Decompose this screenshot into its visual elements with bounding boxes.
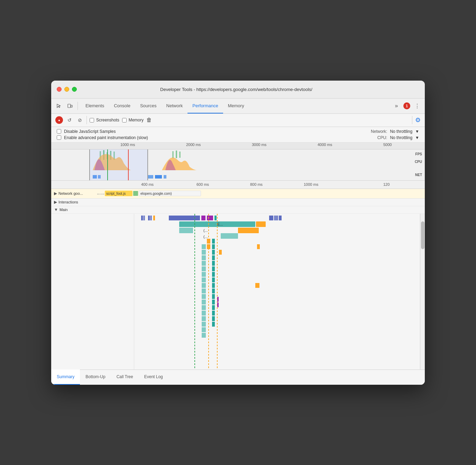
svg-rect-51 xyxy=(202,322,206,327)
disable-js-checkbox[interactable] xyxy=(57,129,61,134)
screenshots-checkbox[interactable] xyxy=(90,118,94,122)
network-connector xyxy=(97,194,104,195)
svg-rect-19 xyxy=(153,216,155,220)
svg-rect-54 xyxy=(212,239,215,244)
svg-rect-52 xyxy=(202,327,206,332)
svg-rect-17 xyxy=(148,216,150,220)
svg-rect-18 xyxy=(150,216,152,220)
svg-rect-69 xyxy=(212,322,215,327)
svg-rect-21 xyxy=(201,216,205,220)
svg-rect-20 xyxy=(169,216,200,220)
network-item-google[interactable]: elopers.google.com) xyxy=(139,191,201,196)
svg-rect-45 xyxy=(202,289,206,293)
overview-panel[interactable]: 1000 ms 2000 ms 3000 ms 4000 ms 5000 xyxy=(51,143,425,181)
settings-row: Disable JavaScript Samples Enable advanc… xyxy=(51,127,425,143)
svg-rect-7 xyxy=(172,151,174,158)
tab-network[interactable]: Network xyxy=(162,98,188,113)
bottom-tabs: Summary Bottom-Up Call Tree Event Log xyxy=(51,370,425,385)
memory-checkbox-label[interactable]: Memory xyxy=(122,118,144,122)
content-area: 400 ms 600 ms 800 ms 1000 ms 120 ▶ Netwo… xyxy=(51,181,425,385)
reload-button[interactable]: ↺ xyxy=(66,116,73,124)
tab-console[interactable]: Console xyxy=(109,98,135,113)
svg-rect-40 xyxy=(202,261,206,266)
tab-performance[interactable]: Performance xyxy=(187,98,223,113)
svg-rect-1 xyxy=(71,105,72,107)
memory-checkbox[interactable] xyxy=(122,118,127,122)
enable-paint-checkbox[interactable] xyxy=(57,135,61,140)
svg-rect-59 xyxy=(212,266,215,271)
device-icon[interactable] xyxy=(65,101,75,111)
mark-1000ms: 1000 ms xyxy=(304,182,318,186)
tab-summary[interactable]: Summary xyxy=(51,370,80,385)
svg-rect-43 xyxy=(202,277,206,282)
interactions-expand-icon[interactable]: ▶ xyxy=(54,200,57,204)
interactions-row[interactable]: ▶ Interactions xyxy=(51,199,425,206)
svg-rect-50 xyxy=(202,316,206,321)
flame-chart-area: E... (... (... xyxy=(134,214,420,370)
settings-right: Network: No throttling ▼ CPU: No throttl… xyxy=(371,129,419,140)
clear-button[interactable]: ⊘ xyxy=(76,116,84,124)
svg-rect-38 xyxy=(202,250,206,255)
svg-rect-29 xyxy=(238,228,259,233)
trash-button[interactable]: 🗑 xyxy=(146,117,152,123)
svg-text:E...: E... xyxy=(217,222,223,226)
svg-rect-41 xyxy=(202,266,206,271)
svg-text:(...: (... xyxy=(203,235,208,239)
main-expand-icon[interactable]: ▼ xyxy=(54,207,58,212)
vertical-scrollbar[interactable] xyxy=(420,214,425,370)
nav-right: » 1 ⋮ xyxy=(392,101,422,111)
network-row[interactable]: ▶ Network goo... script_foot.js elopers.… xyxy=(51,189,425,199)
screenshots-checkbox-label[interactable]: Screenshots xyxy=(90,118,119,122)
svg-rect-16 xyxy=(143,216,145,220)
svg-rect-65 xyxy=(212,300,215,304)
svg-rect-8 xyxy=(176,151,177,158)
svg-rect-55 xyxy=(212,244,215,249)
svg-rect-44 xyxy=(202,283,206,288)
svg-rect-64 xyxy=(212,294,215,299)
fps-label: FPS xyxy=(415,152,422,156)
tab-memory[interactable]: Memory xyxy=(223,98,249,113)
svg-rect-23 xyxy=(214,216,217,220)
svg-rect-46 xyxy=(202,294,206,299)
tab-bottom-up[interactable]: Bottom-Up xyxy=(80,370,111,385)
devtools-nav: Elements Console Sources Network Perform… xyxy=(51,99,425,114)
inspect-icon[interactable] xyxy=(54,101,64,111)
svg-text:(...: (... xyxy=(203,228,208,232)
network-item-small xyxy=(133,191,138,196)
svg-rect-77 xyxy=(279,216,282,220)
more-options-icon[interactable]: ⋮ xyxy=(412,101,422,111)
record-button[interactable]: ● xyxy=(55,116,63,124)
svg-rect-37 xyxy=(202,244,206,249)
tab-elements[interactable]: Elements xyxy=(81,98,109,113)
svg-rect-31 xyxy=(221,233,238,239)
disable-js-samples-row: Disable JavaScript Samples xyxy=(57,129,363,134)
toolbar: ● ↺ ⊘ Screenshots Memory 🗑 ⚙ xyxy=(51,114,425,127)
overview-time-3000: 3000 ms xyxy=(252,143,266,147)
svg-rect-27 xyxy=(179,228,193,233)
svg-rect-62 xyxy=(212,283,215,288)
start-marker xyxy=(107,149,108,181)
tab-call-tree[interactable]: Call Tree xyxy=(111,370,139,385)
overview-time-5000: 5000 xyxy=(383,143,392,147)
settings-gear-button[interactable]: ⚙ xyxy=(415,116,421,124)
network-expand-icon[interactable]: ▶ xyxy=(54,191,57,196)
settings-left: Disable JavaScript Samples Enable advanc… xyxy=(57,129,363,140)
tab-event-log[interactable]: Event Log xyxy=(139,370,168,385)
svg-rect-12 xyxy=(148,175,153,179)
network-item-script[interactable]: script_foot.js xyxy=(105,191,132,196)
svg-rect-68 xyxy=(212,316,215,321)
svg-rect-9 xyxy=(179,152,181,158)
svg-rect-56 xyxy=(212,250,215,255)
svg-rect-72 xyxy=(219,250,222,255)
enable-paint-row: Enable advanced paint instrumentation (s… xyxy=(57,135,363,140)
more-tabs-icon[interactable]: » xyxy=(392,101,401,111)
nav-tabs: Elements Console Sources Network Perform… xyxy=(81,98,390,113)
overview-time-1000: 1000 ms xyxy=(120,143,135,147)
cpu-label: CPU xyxy=(415,160,422,164)
selection-overlay[interactable] xyxy=(89,149,148,181)
tab-sources[interactable]: Sources xyxy=(135,98,162,113)
svg-rect-75 xyxy=(269,216,273,220)
scrollbar-thumb[interactable] xyxy=(421,221,424,249)
main-section[interactable]: ▼ Main xyxy=(51,206,425,214)
interactions-label: Interactions xyxy=(58,200,78,204)
